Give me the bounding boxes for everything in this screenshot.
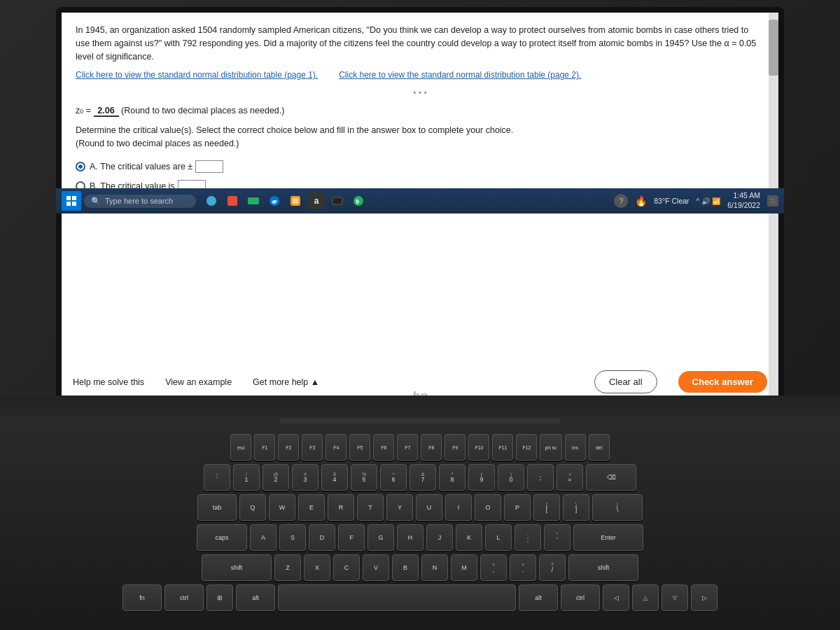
key-slash[interactable]: ?/ xyxy=(539,554,566,581)
key-lbracket[interactable]: {[ xyxy=(533,494,560,521)
key-i[interactable]: I xyxy=(445,494,472,521)
key-f10[interactable]: F10 xyxy=(468,434,489,461)
key-down[interactable]: ▽ xyxy=(662,584,688,611)
scrollbar-thumb[interactable] xyxy=(769,20,778,76)
key-quote[interactable]: "' xyxy=(544,524,570,551)
taskbar-clock[interactable]: 1:45 AM 6/19/2022 xyxy=(727,191,760,210)
radio-option-a[interactable]: A. The critical values are ± xyxy=(76,160,764,173)
key-j[interactable]: J xyxy=(426,524,453,551)
key-p[interactable]: P xyxy=(504,494,531,521)
link-page1[interactable]: Click here to view the standard normal d… xyxy=(76,70,318,80)
key-f4[interactable]: F4 xyxy=(326,434,346,461)
key-6[interactable]: ^6 xyxy=(380,464,407,491)
key-0[interactable]: )0 xyxy=(498,464,524,491)
taskbar-icon-a[interactable]: a xyxy=(308,192,325,209)
key-lctrl[interactable]: ctrl xyxy=(164,584,204,611)
key-z[interactable]: Z xyxy=(274,554,301,581)
key-a[interactable]: A xyxy=(250,524,276,551)
key-up[interactable]: △ xyxy=(632,584,659,611)
key-v[interactable]: V xyxy=(363,554,389,581)
key-f1[interactable]: F1 xyxy=(254,434,275,461)
key-1[interactable]: !1 xyxy=(233,464,260,491)
key-2[interactable]: @2 xyxy=(262,464,289,491)
key-w[interactable]: W xyxy=(269,494,295,521)
key-lalt[interactable]: alt xyxy=(236,584,275,611)
key-lshift[interactable]: shift xyxy=(202,554,272,581)
key-5[interactable]: %5 xyxy=(351,464,377,491)
key-windows[interactable]: ⊞ xyxy=(206,584,233,611)
taskbar-icon-6[interactable] xyxy=(329,192,346,209)
radio-a-circle[interactable] xyxy=(76,162,85,172)
key-fn[interactable]: fn xyxy=(122,584,162,611)
key-backspace[interactable]: ⌫ xyxy=(586,464,636,491)
key-4[interactable]: $4 xyxy=(321,464,348,491)
key-backtick[interactable]: ~` xyxy=(204,464,230,491)
key-f9[interactable]: F9 xyxy=(444,434,465,461)
key-s[interactable]: S xyxy=(279,524,306,551)
key-k[interactable]: K xyxy=(456,524,482,551)
key-c[interactable]: C xyxy=(333,554,360,581)
key-f11[interactable]: F11 xyxy=(492,434,513,461)
key-r[interactable]: R xyxy=(328,494,354,521)
key-backslash[interactable]: |\ xyxy=(592,494,643,521)
taskbar-question-icon[interactable]: ? xyxy=(614,194,628,208)
help-me-solve-link[interactable]: Help me solve this xyxy=(73,377,144,387)
taskbar-search-box[interactable]: 🔍 Type here to search xyxy=(84,195,196,208)
taskbar-notification[interactable]: □ xyxy=(767,195,778,206)
key-rbracket[interactable]: }] xyxy=(563,494,589,521)
key-rctrl[interactable]: ctrl xyxy=(561,584,600,611)
key-equals[interactable]: += xyxy=(556,464,583,491)
key-f2[interactable]: F2 xyxy=(278,434,299,461)
key-esc[interactable]: esc xyxy=(230,434,251,461)
key-9[interactable]: (9 xyxy=(468,464,495,491)
key-tab[interactable]: tab xyxy=(197,494,237,521)
taskbar-icon-5[interactable] xyxy=(287,192,304,209)
key-f[interactable]: F xyxy=(338,524,365,551)
key-caps[interactable]: caps xyxy=(197,524,247,551)
key-del[interactable]: del xyxy=(589,434,610,461)
key-f7[interactable]: F7 xyxy=(397,434,418,461)
key-period[interactable]: >. xyxy=(510,554,536,581)
key-semicolon[interactable]: :; xyxy=(514,524,541,551)
key-prtsc[interactable]: prt sc xyxy=(540,434,561,461)
key-comma[interactable]: <, xyxy=(480,554,507,581)
answer-input-a[interactable] xyxy=(195,160,223,173)
key-t[interactable]: T xyxy=(357,494,384,521)
taskbar-icon-3[interactable] xyxy=(245,192,262,209)
key-space[interactable] xyxy=(278,584,516,611)
key-left[interactable]: ◁ xyxy=(603,584,629,611)
key-enter[interactable]: Enter xyxy=(573,524,643,551)
get-more-help-link[interactable]: Get more help ▲ xyxy=(253,377,319,387)
key-f8[interactable]: F8 xyxy=(421,434,442,461)
key-minus[interactable]: _- xyxy=(527,464,554,491)
clear-all-button[interactable]: Clear all xyxy=(594,370,657,393)
key-x[interactable]: X xyxy=(304,554,330,581)
key-rshift[interactable]: shift xyxy=(568,554,638,581)
key-f3[interactable]: F3 xyxy=(302,434,323,461)
key-b[interactable]: B xyxy=(392,554,419,581)
key-h[interactable]: H xyxy=(397,524,424,551)
key-ralt[interactable]: alt xyxy=(519,584,558,611)
key-8[interactable]: *8 xyxy=(439,464,465,491)
key-n[interactable]: N xyxy=(421,554,448,581)
key-l[interactable]: L xyxy=(485,524,512,551)
key-ins[interactable]: ins xyxy=(565,434,586,461)
check-answer-button[interactable]: Check answer xyxy=(678,371,767,393)
key-f12[interactable]: F12 xyxy=(516,434,537,461)
link-page2[interactable]: Click here to view the standard normal d… xyxy=(339,70,581,80)
taskbar-icon-1[interactable] xyxy=(203,192,220,209)
key-y[interactable]: Y xyxy=(386,494,413,521)
windows-start-button[interactable] xyxy=(62,191,81,211)
key-q[interactable]: Q xyxy=(239,494,266,521)
taskbar-icon-9[interactable]: 9 xyxy=(350,192,367,209)
key-m[interactable]: M xyxy=(451,554,477,581)
key-f6[interactable]: F6 xyxy=(373,434,394,461)
key-right[interactable]: ▷ xyxy=(691,584,718,611)
key-o[interactable]: O xyxy=(475,494,501,521)
key-3[interactable]: #3 xyxy=(292,464,318,491)
taskbar-icon-2[interactable] xyxy=(224,192,241,209)
taskbar-icon-edge[interactable] xyxy=(266,192,283,209)
key-7[interactable]: &7 xyxy=(410,464,436,491)
key-f5[interactable]: F5 xyxy=(349,434,370,461)
key-g[interactable]: G xyxy=(368,524,394,551)
